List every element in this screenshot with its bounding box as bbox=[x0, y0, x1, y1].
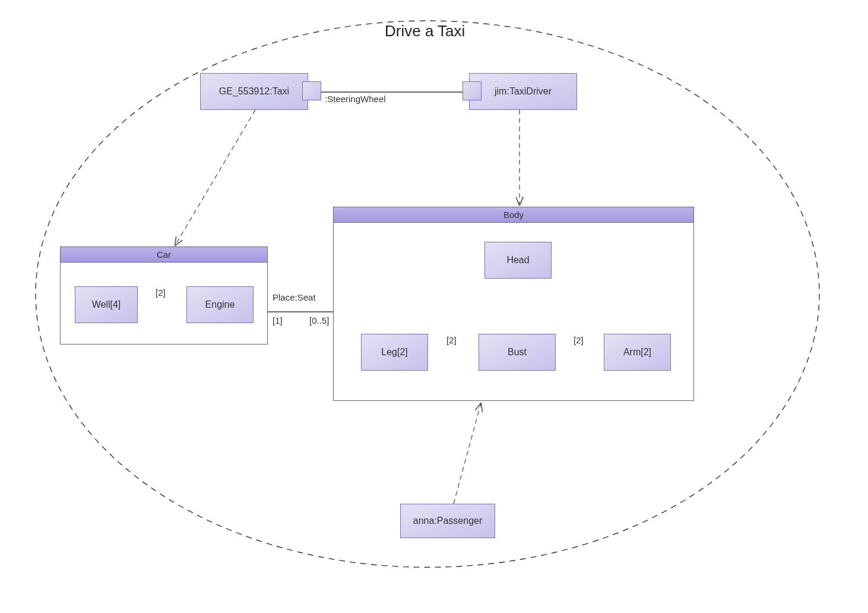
node-driver-label: jim:TaxiDriver bbox=[495, 86, 552, 97]
node-well-label: Well[4] bbox=[92, 299, 121, 310]
node-bust: Bust bbox=[479, 334, 556, 371]
port-taxi bbox=[302, 81, 321, 100]
label-leg-bust-mult: [2] bbox=[446, 335, 457, 345]
node-leg-label: Leg[2] bbox=[381, 347, 407, 358]
port-driver bbox=[462, 81, 481, 100]
connector-passenger-body bbox=[454, 403, 481, 504]
node-taxi-label: GE_553912:Taxi bbox=[219, 86, 289, 97]
node-passenger: anna:Passenger bbox=[400, 504, 495, 538]
connector-taxi-car bbox=[175, 110, 255, 245]
node-bust-label: Bust bbox=[508, 347, 527, 358]
label-car-mult: [1] bbox=[273, 315, 283, 326]
node-engine-label: Engine bbox=[205, 299, 235, 310]
node-arm-label: Arm[2] bbox=[623, 347, 651, 358]
frame-car-header: Car bbox=[61, 247, 267, 263]
frame-body: Body bbox=[333, 207, 694, 401]
label-well-engine-mult: [2] bbox=[156, 287, 166, 298]
frame-body-header: Body bbox=[334, 207, 693, 223]
diagram-title: Drive a Taxi bbox=[385, 22, 465, 40]
label-body-mult: [0..5] bbox=[309, 315, 329, 326]
node-passenger-label: anna:Passenger bbox=[413, 516, 483, 526]
node-engine: Engine bbox=[186, 286, 254, 323]
node-head: Head bbox=[484, 242, 552, 279]
label-steering: :SteeringWheel bbox=[325, 94, 386, 104]
node-taxi: GE_553912:Taxi bbox=[200, 73, 308, 110]
label-bust-arm-mult: [2] bbox=[574, 335, 584, 345]
node-driver: jim:TaxiDriver bbox=[469, 73, 577, 110]
node-well: Well[4] bbox=[75, 286, 138, 323]
node-leg: Leg[2] bbox=[361, 334, 428, 371]
label-place-seat: Place:Seat bbox=[273, 292, 316, 302]
node-arm: Arm[2] bbox=[604, 334, 671, 371]
node-head-label: Head bbox=[506, 255, 529, 266]
